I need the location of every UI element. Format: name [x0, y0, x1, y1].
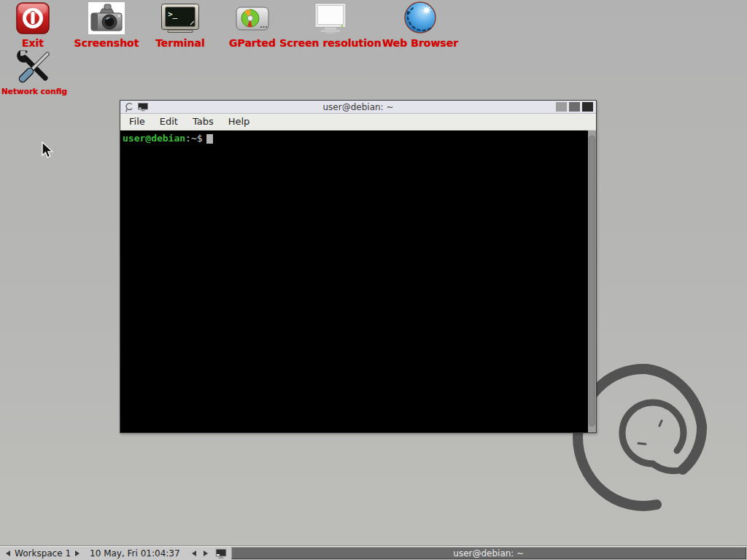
- terminal-menubar: File Edit Tabs Help: [120, 114, 596, 131]
- desktop-icon-label: Terminal: [155, 37, 205, 49]
- menu-edit[interactable]: Edit: [152, 114, 185, 130]
- desktop-icon-screen-resolution[interactable]: Screen resolution: [278, 1, 383, 49]
- tools-icon: [15, 50, 54, 84]
- desktop-icon-web-browser[interactable]: Web Browser: [376, 1, 464, 49]
- desktop-icon-label: Screenshot: [74, 37, 139, 49]
- prompt-user-host: user@debian: [123, 133, 185, 144]
- minimize-button[interactable]: [556, 102, 567, 112]
- terminal-screen[interactable]: user@debian:~$: [120, 131, 596, 432]
- window-titlebar[interactable]: user@debian: ~: [120, 101, 596, 114]
- monitor-icon: [312, 2, 349, 34]
- desktop-icon-terminal[interactable]: >_ Terminal: [142, 1, 218, 49]
- workspace-prev-icon[interactable]: [6, 551, 10, 556]
- task-next-icon[interactable]: [204, 551, 208, 556]
- mouse-cursor: [42, 141, 54, 159]
- terminal-prompt-line: user@debian:~$: [120, 131, 588, 432]
- menu-file[interactable]: File: [122, 114, 152, 130]
- prompt-colon: :: [185, 133, 191, 144]
- desktop-icon-network-config[interactable]: Network config: [0, 50, 69, 96]
- show-desktop-icon[interactable]: [215, 548, 227, 559]
- desktop-icon-label: Exit: [22, 37, 44, 49]
- terminal-window: user@debian: ~ File Edit Tabs Help user@…: [120, 100, 597, 433]
- svg-text:>_: >_: [168, 9, 178, 19]
- scrollbar-thumb[interactable]: [589, 136, 595, 427]
- taskbar: Workspace 1 10 May, Fri 01:04:37 user@de…: [0, 545, 747, 560]
- workspace-next-icon[interactable]: [75, 551, 80, 556]
- camera-icon: [88, 2, 125, 34]
- taskbar-task-button[interactable]: user@debian: ~: [231, 547, 746, 559]
- menu-tabs[interactable]: Tabs: [185, 114, 221, 130]
- debian-swirl-icon: [124, 101, 133, 113]
- desktop-icon-exit[interactable]: Exit: [9, 1, 56, 49]
- window-app-icon: [138, 103, 148, 112]
- taskbar-clock: 10 May, Fri 01:04:37: [84, 548, 186, 559]
- window-title: user@debian: ~: [120, 102, 596, 112]
- desktop-icon-label: Screen resolution: [279, 37, 381, 49]
- terminal-scrollbar[interactable]: [588, 131, 596, 432]
- menu-help[interactable]: Help: [221, 114, 258, 130]
- desktop-icon-label: Network config: [1, 87, 67, 96]
- power-icon: [16, 2, 50, 34]
- maximize-button[interactable]: [569, 102, 580, 112]
- prompt-path: ~: [191, 133, 197, 144]
- desktop-icon-screenshot[interactable]: Screenshot: [69, 1, 144, 49]
- desktop-icon-label: Web Browser: [382, 37, 458, 49]
- workspace-label: Workspace 1: [15, 548, 71, 559]
- crt-terminal-icon: >_: [160, 3, 200, 34]
- close-button[interactable]: [582, 102, 593, 112]
- disk-partition-icon: [235, 4, 270, 34]
- desktop-icon-label: GParted: [229, 37, 276, 49]
- task-button-label: user@debian: ~: [453, 548, 524, 559]
- prompt-dollar: $: [197, 133, 203, 144]
- globe-icon: [403, 1, 438, 34]
- task-prev-icon[interactable]: [192, 551, 196, 556]
- terminal-cursor: [206, 134, 213, 144]
